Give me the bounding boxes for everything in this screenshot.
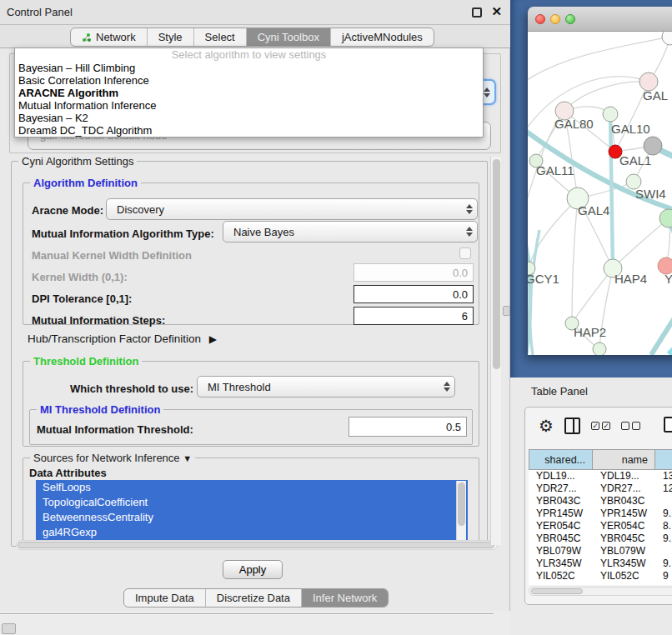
mi-type-combo[interactable]: Naive Bayes [223, 221, 478, 242]
algorithm-dropdown-popup: Select algorithm to view settings Bayesi… [14, 48, 484, 138]
screen: { "icons": { "gear": "⚙", "close": "✕", … [0, 0, 672, 635]
algorithm-option[interactable]: Dream8 DC_TDC Algorithm [15, 124, 483, 137]
hub-section-toggle[interactable]: Hub/Transcription Factor Definition ▶ [28, 332, 212, 345]
algorithm-option-selected[interactable]: ARACNE Algorithm [15, 87, 483, 99]
dpi-tolerance-label: DPI Tolerance [0,1]: [32, 292, 132, 305]
zoom-traffic-light[interactable] [565, 14, 575, 24]
data-attributes-label: Data Attributes [29, 467, 107, 479]
network-window: GAL GAL80 GAL10 GAL11 GAL1 SWI4 GAL4 GCY… [528, 7, 672, 355]
which-threshold-value: MI Threshold [208, 381, 271, 393]
mi-threshold-label: Mutual Information Threshold: [37, 423, 193, 436]
tab-network[interactable]: Network [71, 28, 147, 46]
sources-toggle[interactable]: Sources for Network Inference ▼ [30, 452, 195, 464]
tab-cyni-toolbox[interactable]: Cyni Toolbox [246, 28, 330, 46]
close-traffic-light[interactable] [535, 14, 545, 24]
tab-impute-data[interactable]: Impute Data [124, 589, 205, 607]
control-panel-titlebar: Control Panel ✕ [0, 0, 510, 25]
tab-infer-network[interactable]: Infer Network [301, 589, 388, 607]
settings-vscrollbar-thumb[interactable] [493, 159, 500, 369]
checked-checkbox-icon[interactable]: ✓ [591, 422, 599, 430]
node-label: GAL1 [619, 153, 651, 168]
bottom-tabstrip: Impute Data Discretize Data Infer Networ… [0, 587, 510, 611]
table-row[interactable]: YBR043CYBR043C [529, 495, 672, 508]
algorithm-prompt: Select algorithm to view settings [15, 48, 483, 62]
manual-kernel-label: Manual Kernel Width Definition [32, 249, 192, 262]
kernel-width-field[interactable] [354, 263, 474, 282]
node-label: GAL10 [611, 122, 650, 136]
mi-threshold-field[interactable] [349, 417, 467, 437]
table-row[interactable]: YBL079WYBL079W [529, 545, 672, 558]
mi-type-label: Mutual Information Algorithm Type: [32, 228, 214, 240]
manual-kernel-checkbox[interactable] [459, 248, 471, 259]
document-icon[interactable] [664, 417, 672, 432]
node-label: GAL80 [554, 117, 594, 131]
tab-discretize-data[interactable]: Discretize Data [205, 589, 301, 607]
node-label: GAL11 [536, 163, 574, 178]
splitpane-handle[interactable] [503, 306, 510, 316]
settings-hscrollbar [16, 540, 498, 550]
dpi-tolerance-field[interactable] [354, 285, 474, 303]
network-canvas[interactable]: GAL GAL80 GAL10 GAL11 GAL1 SWI4 GAL4 GCY… [528, 32, 672, 355]
cyni-settings-title: Cyni Algorithm Settings [18, 155, 137, 168]
unchecked-checkbox-icon[interactable] [621, 422, 629, 430]
close-icon[interactable]: ✕ [491, 4, 502, 19]
control-panel: Control Panel ✕ Network Style Select Cyn… [0, 0, 510, 611]
network-icon [82, 32, 92, 42]
float-window-icon[interactable] [472, 8, 482, 18]
which-threshold-combo[interactable]: MI Threshold [197, 376, 455, 398]
table-hscrollbar-thumb[interactable] [531, 588, 583, 594]
column-header-clipped[interactable] [655, 449, 672, 470]
mi-steps-field[interactable] [354, 307, 474, 325]
algorithm-option[interactable]: Bayesian – K2 [15, 112, 483, 124]
attributes-scrollbar-thumb[interactable] [458, 482, 465, 526]
which-threshold-label: Which threshold to use: [70, 382, 193, 395]
minimized-panel-icon[interactable] [2, 623, 16, 634]
attribute-item[interactable]: gal4RGexp [36, 525, 468, 540]
tab-select[interactable]: Select [193, 28, 246, 46]
collapse-down-icon: ▼ [183, 453, 192, 463]
table-row[interactable]: YDL19...YDL19...13 [529, 470, 672, 482]
control-panel-title: Control Panel [7, 6, 73, 18]
algorithm-definition-title: Algorithm Definition [30, 177, 141, 189]
node-label: GCY1 [528, 272, 559, 286]
threshold-definition-title: Threshold Definition [30, 355, 142, 368]
node-table: ⚙ ✓ ✓ shared... name YDL19...YDL19...13 … [524, 407, 672, 605]
table-row[interactable]: YIL052CYIL052C9 [529, 570, 672, 582]
table-row[interactable]: YLR345WYLR345W9. [529, 558, 672, 570]
node-top-white [662, 32, 672, 45]
table-row[interactable]: YER054CYER054C8. [529, 520, 672, 532]
unchecked-checkbox-icon[interactable] [632, 422, 640, 430]
mi-threshold-group-title: MI Threshold Definition [37, 403, 163, 416]
apply-button[interactable]: Apply [223, 560, 283, 579]
table-row[interactable]: YDR27...YDR27...12 [529, 482, 672, 495]
aracne-mode-combo[interactable]: Discovery [106, 198, 478, 220]
tab-jactivemnodules[interactable]: jActiveMNodules [330, 28, 434, 46]
table-header-row: shared... name [529, 449, 672, 470]
minimize-traffic-light[interactable] [550, 14, 560, 24]
tab-style[interactable]: Style [147, 28, 193, 46]
table-body: YDL19...YDL19...13 YDR27...YDR27...12 YB… [529, 470, 672, 585]
settings-hscrollbar-thumb[interactable] [18, 542, 494, 548]
algorithm-option[interactable]: Basic Correlation Inference [15, 74, 483, 87]
attribute-item[interactable]: TopologicalCoefficient [36, 495, 468, 510]
node-label: HAP2 [574, 325, 606, 339]
aracne-mode-label: Aracne Mode: [32, 204, 103, 217]
column-header-name[interactable]: name [593, 449, 655, 470]
node-label: GAL4 [578, 203, 609, 218]
attribute-item[interactable]: SelfLoops [36, 480, 468, 495]
algorithm-option[interactable]: Mutual Information Inference [15, 99, 483, 112]
table-row[interactable]: YPR145WYPR145W9. [529, 508, 672, 520]
network-window-titlebar[interactable] [528, 7, 672, 32]
top-tabstrip: Network Style Select Cyni Toolbox jActiv… [0, 25, 510, 48]
attribute-item[interactable]: BetweennessCentrality [36, 510, 468, 525]
checked-checkbox-icon[interactable]: ✓ [602, 422, 610, 430]
network-graph: GAL GAL80 GAL10 GAL11 GAL1 SWI4 GAL4 GCY… [528, 32, 672, 355]
panel-divider [0, 613, 494, 615]
gear-icon[interactable]: ⚙ [539, 416, 554, 436]
table-row[interactable]: YBR045CYBR045C9. [529, 532, 672, 545]
column-header-shared-name[interactable]: shared... [529, 449, 593, 470]
algorithm-option[interactable]: Bayesian – Hill Climbing [15, 62, 483, 74]
settings-vscrollbar [490, 157, 501, 545]
split-columns-icon[interactable] [564, 418, 580, 434]
mi-steps-label: Mutual Information Steps: [32, 314, 165, 327]
